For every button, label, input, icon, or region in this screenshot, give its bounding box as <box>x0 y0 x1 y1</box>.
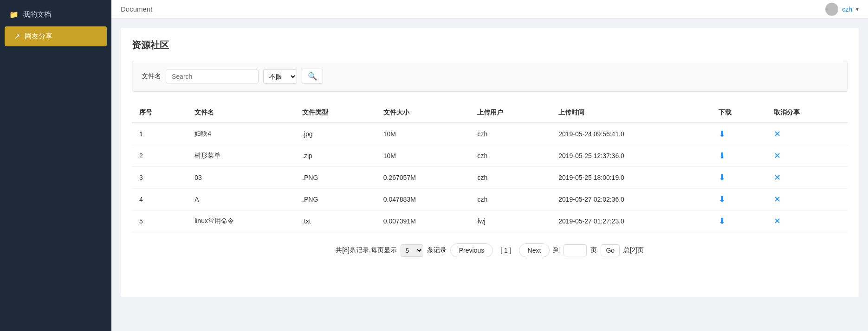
download-button[interactable]: ⬇ <box>719 129 725 139</box>
goto-label: 到 <box>553 246 560 255</box>
total-pages: 总[2]页 <box>623 246 644 255</box>
page-label: 页 <box>590 246 597 255</box>
user-dropdown-icon[interactable]: ▾ <box>856 6 859 13</box>
pagination-info: 共[8]条记录,每页显示 <box>336 246 396 255</box>
cell-cancel[interactable]: ✕ <box>766 145 848 167</box>
cell-download[interactable]: ⬇ <box>711 189 766 210</box>
cell-size: 10M <box>376 123 470 145</box>
go-button[interactable]: Go <box>601 244 620 256</box>
cancel-share-button[interactable]: ✕ <box>774 129 781 139</box>
cell-user: czh <box>470 189 551 210</box>
cell-type: .txt <box>295 210 376 232</box>
table-body: 1 妇联4 .jpg 10M czh 2019-05-24 09:56:41.0… <box>132 123 848 232</box>
cell-id: 1 <box>132 123 187 145</box>
cell-cancel[interactable]: ✕ <box>766 189 848 210</box>
cell-download[interactable]: ⬇ <box>711 210 766 232</box>
cell-time: 2019-05-24 09:56:41.0 <box>551 123 711 145</box>
table-row: 5 linux常用命令 .txt 0.007391M fwj 2019-05-2… <box>132 210 848 232</box>
search-bar: 文件名 不限 .jpg .zip .PNG .txt 🔍 <box>132 61 848 92</box>
prev-button[interactable]: Previous <box>450 243 493 257</box>
cell-type: .PNG <box>295 167 376 189</box>
table-row: 2 树形菜单 .zip 10M czh 2019-05-25 12:37:36.… <box>132 145 848 167</box>
file-table: 序号 文件名 文件类型 文件大小 上传用户 上传时间 下载 取消分享 1 妇联4… <box>132 103 848 232</box>
cell-cancel[interactable]: ✕ <box>766 167 848 189</box>
cell-id: 5 <box>132 210 187 232</box>
col-header-download: 下载 <box>711 103 766 123</box>
sidebar: 📁 我的文档 ↗ 网友分享 <box>0 0 111 331</box>
cell-download[interactable]: ⬇ <box>711 167 766 189</box>
search-input[interactable] <box>166 70 259 83</box>
table-row: 3 03 .PNG 0.267057M czh 2019-05-25 18:00… <box>132 167 848 189</box>
cancel-share-button[interactable]: ✕ <box>774 151 781 160</box>
col-header-type: 文件类型 <box>295 103 376 123</box>
cell-download[interactable]: ⬇ <box>711 123 766 145</box>
cell-user: fwj <box>470 210 551 232</box>
sidebar-item-mydoc[interactable]: 📁 我的文档 <box>0 5 111 25</box>
cell-name: linux常用命令 <box>187 210 295 232</box>
table-row: 1 妇联4 .jpg 10M czh 2019-05-24 09:56:41.0… <box>132 123 848 145</box>
col-header-time: 上传时间 <box>551 103 711 123</box>
col-header-user: 上传用户 <box>470 103 551 123</box>
cell-time: 2019-05-27 01:27:23.0 <box>551 210 711 232</box>
avatar <box>825 3 838 16</box>
table-row: 4 A .PNG 0.047883M czh 2019-05-27 02:02:… <box>132 189 848 210</box>
cell-cancel[interactable]: ✕ <box>766 210 848 232</box>
topbar-user[interactable]: czh ▾ <box>825 3 859 16</box>
per-page-select[interactable]: 5 10 20 50 <box>401 244 423 257</box>
cell-size: 0.007391M <box>376 210 470 232</box>
cell-id: 2 <box>132 145 187 167</box>
cell-cancel[interactable]: ✕ <box>766 123 848 145</box>
cell-name: 03 <box>187 167 295 189</box>
goto-input[interactable] <box>564 244 587 256</box>
topbar-title: Document <box>121 5 152 13</box>
topbar: Document czh ▾ <box>111 0 868 19</box>
cell-name: 树形菜单 <box>187 145 295 167</box>
cell-id: 3 <box>132 167 187 189</box>
col-header-cancel: 取消分享 <box>766 103 848 123</box>
cell-time: 2019-05-25 12:37:36.0 <box>551 145 711 167</box>
download-button[interactable]: ⬇ <box>719 151 725 160</box>
cell-user: czh <box>470 123 551 145</box>
content-area: 资源社区 文件名 不限 .jpg .zip .PNG .txt 🔍 序号 文件名… <box>121 28 859 297</box>
search-button[interactable]: 🔍 <box>302 69 323 84</box>
pagination: 共[8]条记录,每页显示 5 10 20 50 条记录 Previous [ 1… <box>132 243 848 257</box>
sidebar-item-share[interactable]: ↗ 网友分享 <box>5 26 107 46</box>
cancel-share-button[interactable]: ✕ <box>774 216 781 226</box>
col-header-name: 文件名 <box>187 103 295 123</box>
cell-type: .jpg <box>295 123 376 145</box>
sidebar-share-label: 网友分享 <box>25 32 52 41</box>
cell-download[interactable]: ⬇ <box>711 145 766 167</box>
page-title: 资源社区 <box>132 39 848 51</box>
cell-id: 4 <box>132 189 187 210</box>
share-icon: ↗ <box>14 32 20 41</box>
cell-name: A <box>187 189 295 210</box>
table-header: 序号 文件名 文件类型 文件大小 上传用户 上传时间 下载 取消分享 <box>132 103 848 123</box>
cell-size: 10M <box>376 145 470 167</box>
folder-icon: 📁 <box>9 10 19 19</box>
cell-size: 0.047883M <box>376 189 470 210</box>
download-button[interactable]: ⬇ <box>719 195 725 204</box>
username-label: czh <box>842 6 852 13</box>
filter-select[interactable]: 不限 .jpg .zip .PNG .txt <box>263 69 297 84</box>
search-label: 文件名 <box>142 72 161 81</box>
download-button[interactable]: ⬇ <box>719 216 725 226</box>
cancel-share-button[interactable]: ✕ <box>774 195 781 204</box>
main-area: Document czh ▾ 资源社区 文件名 不限 .jpg .zip .PN… <box>111 0 868 331</box>
cell-name: 妇联4 <box>187 123 295 145</box>
cancel-share-button[interactable]: ✕ <box>774 173 781 182</box>
cell-type: .PNG <box>295 189 376 210</box>
download-button[interactable]: ⬇ <box>719 173 725 182</box>
cell-user: czh <box>470 167 551 189</box>
cell-time: 2019-05-25 18:00:19.0 <box>551 167 711 189</box>
sidebar-mydoc-label: 我的文档 <box>23 10 51 19</box>
current-page-indicator: [ 1 ] <box>497 245 515 256</box>
per-page-suffix: 条记录 <box>427 246 447 255</box>
cell-user: czh <box>470 145 551 167</box>
col-header-id: 序号 <box>132 103 187 123</box>
cell-type: .zip <box>295 145 376 167</box>
next-button[interactable]: Next <box>519 243 550 257</box>
cell-time: 2019-05-27 02:02:36.0 <box>551 189 711 210</box>
col-header-size: 文件大小 <box>376 103 470 123</box>
cell-size: 0.267057M <box>376 167 470 189</box>
